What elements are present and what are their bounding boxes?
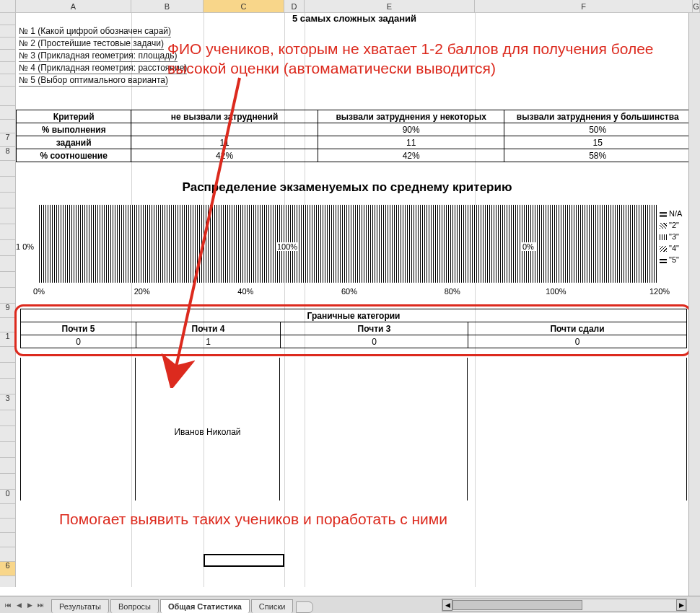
sheet-tab[interactable]: Результаты: [51, 599, 109, 613]
row-header[interactable]: [0, 106, 15, 120]
scroll-right-icon[interactable]: ▶: [676, 599, 686, 611]
row-header[interactable]: [0, 120, 15, 133]
row-header[interactable]: [0, 193, 15, 208]
row-header[interactable]: [0, 458, 15, 474]
criteria-cell: 11: [131, 136, 318, 149]
legend-item: "3": [669, 232, 679, 241]
row-header[interactable]: [0, 208, 15, 224]
row-header[interactable]: 0: [0, 490, 15, 504]
criteria-header: не вызвали затруднений: [131, 110, 318, 123]
legend-item: "5": [669, 255, 679, 264]
horizontal-scrollbar[interactable]: ◀ ▶: [442, 599, 687, 612]
row-header[interactable]: [0, 272, 15, 288]
col-header-C[interactable]: C: [204, 0, 284, 12]
row-header[interactable]: [0, 240, 15, 256]
col-header-F[interactable]: F: [475, 0, 693, 12]
tab-nav-buttons: ⏮ ◀ ▶ ⏭: [3, 596, 45, 613]
row-header[interactable]: 9: [0, 304, 15, 318]
cell-cursor[interactable]: [204, 554, 284, 567]
row-header[interactable]: [0, 426, 15, 442]
row-header[interactable]: [0, 87, 15, 106]
criteria-row-label: % соотношение: [17, 149, 131, 162]
row-header[interactable]: [0, 504, 15, 519]
col-header-E[interactable]: E: [305, 0, 475, 12]
criteria-header: Критерий: [17, 110, 131, 123]
scroll-thumb[interactable]: [452, 600, 582, 610]
row-header[interactable]: [0, 38, 15, 50]
criteria-header: вызвали затруднения у некоторых: [318, 110, 504, 123]
row-header[interactable]: 1: [0, 332, 15, 347]
sheet-tab[interactable]: Списки: [251, 599, 294, 613]
col-header-D[interactable]: D: [284, 0, 305, 12]
boundary-name-cell: [20, 358, 136, 500]
sheet-tab[interactable]: Вопросы: [110, 599, 159, 613]
vertical-scrollbar[interactable]: [688, 13, 700, 596]
col-header-B[interactable]: B: [131, 0, 204, 12]
criteria-table: Критерий не вызвали затруднений вызвали …: [16, 110, 691, 162]
tab-prev-icon[interactable]: ◀: [14, 599, 24, 611]
task-item: № 4 (Прикладная геометрия: расстояние): [19, 63, 187, 74]
row-header[interactable]: [0, 13, 15, 25]
row-header[interactable]: 6: [0, 562, 15, 576]
row-header[interactable]: [0, 256, 15, 272]
tab-first-icon[interactable]: ⏮: [3, 599, 13, 611]
row-header[interactable]: [0, 547, 15, 562]
chart-title: Распределение экзаменуемых по среднему к…: [16, 180, 678, 195]
tab-next-icon[interactable]: ▶: [25, 599, 35, 611]
row-header[interactable]: [0, 177, 15, 193]
row-header[interactable]: [0, 363, 15, 379]
criteria-row-label: % выполнения: [17, 123, 131, 136]
spreadsheet-grid[interactable]: 5 самых сложных заданий № 1 (Какой цифро…: [16, 13, 700, 587]
criteria-cell: 50%: [504, 123, 691, 136]
row-header[interactable]: [0, 410, 15, 426]
row-header[interactable]: 8: [0, 147, 15, 161]
row-header[interactable]: [0, 288, 15, 304]
boundary-value: 1: [136, 335, 281, 348]
boundary-value: 0: [281, 335, 468, 348]
row-header[interactable]: [0, 74, 15, 87]
row-header[interactable]: [0, 347, 15, 363]
row-headers: 7 8 9 1 3 0 6: [0, 13, 16, 587]
row-header[interactable]: 3: [0, 394, 15, 410]
x-tick: 0%: [33, 287, 45, 296]
annotation-text-top: ФИО учеников, которым не хватает 1-2 бал…: [167, 39, 673, 79]
x-tick: 60%: [341, 287, 357, 296]
row-header[interactable]: [0, 379, 15, 394]
row-header[interactable]: [0, 519, 15, 533]
row-header[interactable]: [0, 318, 15, 332]
legend-item: "4": [669, 244, 679, 252]
boundary-title: Граничные категории: [21, 309, 687, 322]
x-tick: 40%: [237, 287, 253, 296]
boundary-header: Почти 5: [21, 322, 136, 335]
sheet-tabs: ⏮ ◀ ▶ ⏭ Результаты Вопросы Общая Статист…: [0, 596, 700, 613]
boundary-header: Почти сдали: [468, 322, 687, 335]
row-header[interactable]: [0, 474, 15, 490]
criteria-cell: 42%: [318, 149, 504, 162]
col-header-A[interactable]: A: [16, 0, 131, 12]
criteria-cell: 90%: [318, 123, 504, 136]
col-header-G[interactable]: G: [693, 0, 700, 12]
task-item: № 1 (Какой цифрой обозначен сарай): [19, 26, 171, 38]
row-header[interactable]: [0, 62, 15, 74]
criteria-cell: [131, 123, 318, 136]
annotation-text-bottom: Помогает выявить таких учеников и порабо…: [59, 509, 680, 529]
row-header[interactable]: [0, 224, 15, 240]
row-header[interactable]: [0, 533, 15, 547]
row-header[interactable]: 7: [0, 133, 15, 147]
task-item: № 3 (Прикладная геометрия: площадь): [19, 50, 178, 62]
row-header[interactable]: [0, 161, 15, 177]
boundary-name-cell: [468, 358, 687, 500]
new-sheet-button[interactable]: [296, 601, 313, 613]
row-header[interactable]: [0, 25, 15, 38]
scroll-left-icon[interactable]: ◀: [442, 599, 452, 611]
boundary-name-cell: [280, 358, 468, 500]
sheet-tab[interactable]: Общая Статистика: [160, 599, 250, 613]
tab-last-icon[interactable]: ⏭: [35, 599, 45, 611]
row-header[interactable]: [0, 50, 15, 62]
criteria-cell: 11: [318, 136, 504, 149]
bar-chart: [39, 205, 658, 283]
corner-cell[interactable]: [0, 0, 16, 12]
boundary-name-cell: Иванов Николай: [136, 358, 280, 500]
row-header[interactable]: [0, 442, 15, 458]
chart-x-axis: 0% 20% 40% 60% 80% 100% 120%: [39, 287, 660, 301]
